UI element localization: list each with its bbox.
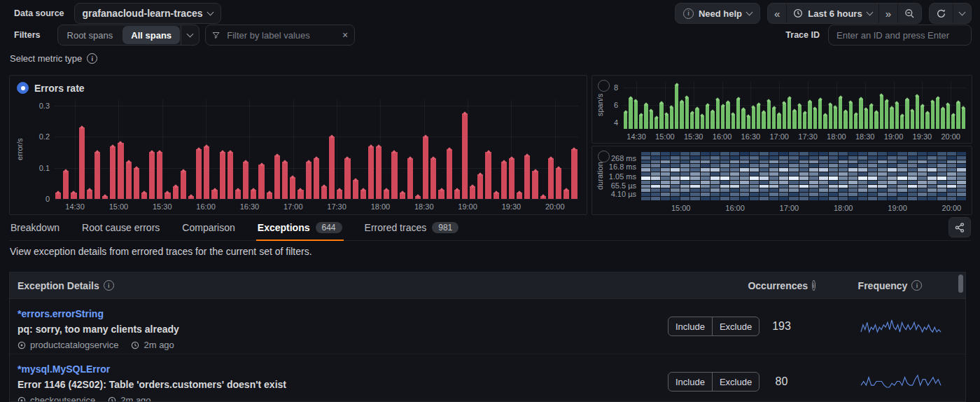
heatmap-cell	[937, 160, 946, 164]
clock-icon	[793, 8, 803, 18]
point-marker	[299, 188, 303, 192]
info-icon[interactable]	[104, 280, 114, 291]
heatmap-cell	[957, 172, 966, 176]
bar	[680, 102, 683, 129]
point-marker	[56, 190, 60, 195]
time-zoom-out-button[interactable]	[897, 4, 921, 23]
heatmap-cell	[829, 181, 838, 184]
span-rate-radio[interactable]	[598, 80, 610, 92]
frequency-sparkline	[860, 317, 942, 336]
tab-errored-traces[interactable]: Errored traces 981	[363, 218, 461, 241]
heatmap-cell	[918, 160, 927, 164]
metric-info-icon[interactable]	[87, 53, 97, 64]
clear-filter-icon[interactable]: ×	[342, 29, 348, 41]
heatmap-cell	[888, 172, 897, 176]
exception-type-link[interactable]: *errors.errorString	[18, 307, 668, 321]
heatmap-cell	[779, 188, 788, 192]
heatmap-cell	[789, 185, 798, 188]
bar	[818, 99, 822, 129]
heatmap-cell	[888, 181, 897, 184]
chevron-down-icon	[187, 31, 194, 38]
errors-rate-option[interactable]: Errors rate	[17, 82, 85, 94]
heatmap-cell	[937, 172, 946, 176]
tab-breakdown[interactable]: Breakdown	[9, 218, 61, 241]
bar	[665, 114, 668, 129]
point-marker	[792, 109, 797, 113]
point-marker	[818, 98, 822, 102]
heatmap-cell	[878, 181, 887, 184]
info-icon[interactable]	[911, 280, 922, 291]
duration-radio[interactable]	[598, 151, 610, 162]
time-shift-forward-button[interactable]: »	[878, 4, 897, 23]
heatmap-cell	[769, 164, 778, 167]
point-marker	[189, 194, 193, 198]
need-help-button[interactable]: Need help	[675, 3, 760, 24]
errors-rate-radio[interactable]	[17, 82, 29, 94]
exception-type-link[interactable]: *mysql.MySQLError	[18, 363, 668, 376]
point-marker	[956, 100, 960, 104]
heatmap-cell	[839, 156, 848, 160]
tab-exceptions[interactable]: Exceptions 644	[256, 218, 344, 241]
heatmap-cell	[789, 193, 798, 196]
heatmap-cell	[701, 176, 710, 180]
bar	[407, 158, 413, 199]
time-range-label: Last 6 hours	[808, 8, 862, 19]
service-name: checkoutservice	[30, 394, 95, 402]
point-marker	[267, 190, 272, 195]
label-filter-input[interactable]	[225, 29, 337, 41]
point-marker	[447, 147, 451, 151]
data-source-picker[interactable]: grafanacloud-learn-traces	[74, 3, 221, 24]
plot-area[interactable]	[623, 81, 966, 129]
point-marker	[854, 112, 858, 116]
time-range-button[interactable]: Last 6 hours	[786, 4, 878, 23]
heatmap-cell	[641, 188, 650, 192]
heatmap-cell	[641, 193, 650, 196]
heatmap-cell	[701, 152, 710, 155]
heatmap-cell	[927, 156, 937, 160]
time-shift-back-button[interactable]: «	[768, 4, 786, 23]
heatmap-cell	[730, 152, 739, 155]
point-marker	[706, 103, 710, 107]
need-help-label: Need help	[699, 8, 742, 19]
heatmap-cell	[680, 156, 690, 160]
include-button[interactable]: Include	[668, 317, 712, 335]
span-scope-menu-button[interactable]	[181, 25, 199, 45]
actions-cell: Include Exclude	[668, 317, 748, 336]
tab-root-cause-errors[interactable]: Root cause errors	[80, 218, 161, 241]
root-spans-option[interactable]: Root spans	[58, 25, 122, 45]
heatmap-cell	[918, 176, 927, 180]
heatmap-cell	[947, 156, 956, 160]
heatmap-cell	[918, 188, 927, 192]
plot-area[interactable]	[55, 99, 578, 199]
share-button[interactable]	[948, 217, 971, 237]
tab-label: Root cause errors	[82, 222, 160, 233]
trace-id-input[interactable]	[835, 29, 965, 41]
frequency-sparkline	[860, 373, 942, 391]
bar	[701, 116, 704, 129]
plot-area[interactable]	[641, 152, 966, 200]
span-rate-option[interactable]	[598, 80, 610, 92]
refresh-interval-button[interactable]	[953, 4, 971, 23]
heatmap-cell	[641, 164, 650, 167]
heatmap-cell	[710, 152, 720, 155]
heatmap-cell	[799, 188, 808, 192]
bar	[710, 111, 714, 129]
heatmap-cell	[789, 152, 798, 155]
heatmap-cell	[829, 172, 838, 176]
bar	[721, 106, 724, 129]
point-marker	[470, 184, 475, 188]
include-button[interactable]: Include	[668, 373, 712, 391]
heatmap-cell	[839, 185, 848, 188]
bar	[360, 190, 366, 199]
heatmap-cell	[858, 193, 867, 196]
bar	[196, 149, 202, 199]
table-scrollbar-thumb[interactable]	[958, 275, 963, 293]
tab-comparison[interactable]: Comparison	[181, 218, 236, 241]
refresh-button[interactable]	[930, 4, 953, 23]
duration-option[interactable]	[598, 151, 610, 162]
bar	[258, 165, 264, 199]
all-spans-option[interactable]: All spans	[122, 26, 180, 44]
heatmap-cell	[730, 168, 739, 172]
x-tick-label: 14:30	[65, 202, 85, 211]
heatmap-cell	[947, 185, 956, 188]
